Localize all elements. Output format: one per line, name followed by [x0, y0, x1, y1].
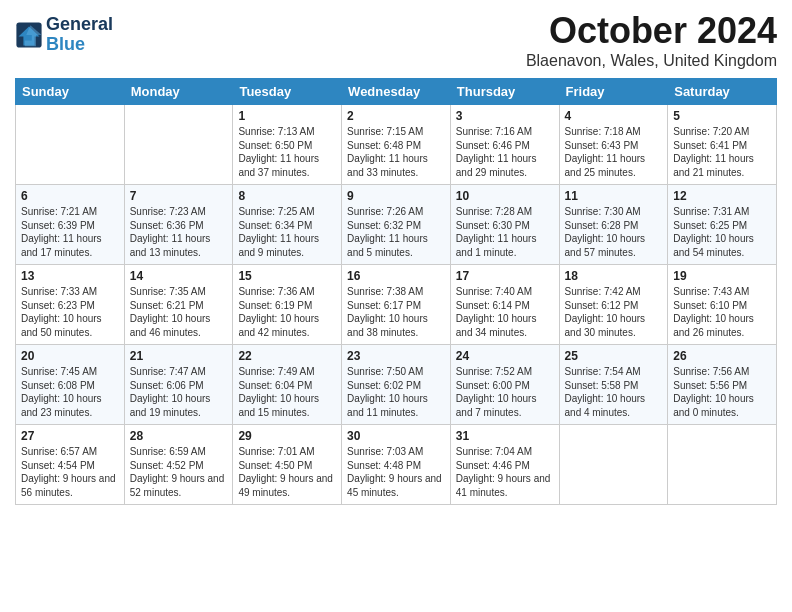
page-header: General Blue October 2024 Blaenavon, Wal…: [15, 10, 777, 70]
day-number: 19: [673, 269, 771, 283]
calendar-cell: 4Sunrise: 7:18 AM Sunset: 6:43 PM Daylig…: [559, 105, 668, 185]
day-info: Sunrise: 7:52 AM Sunset: 6:00 PM Dayligh…: [456, 365, 554, 419]
day-info: Sunrise: 7:54 AM Sunset: 5:58 PM Dayligh…: [565, 365, 663, 419]
day-of-week-header: Wednesday: [342, 79, 451, 105]
calendar-cell: 24Sunrise: 7:52 AM Sunset: 6:00 PM Dayli…: [450, 345, 559, 425]
day-info: Sunrise: 7:28 AM Sunset: 6:30 PM Dayligh…: [456, 205, 554, 259]
calendar-cell: 3Sunrise: 7:16 AM Sunset: 6:46 PM Daylig…: [450, 105, 559, 185]
calendar-cell: [668, 425, 777, 505]
day-number: 11: [565, 189, 663, 203]
calendar-cell: 29Sunrise: 7:01 AM Sunset: 4:50 PM Dayli…: [233, 425, 342, 505]
calendar-week-row: 13Sunrise: 7:33 AM Sunset: 6:23 PM Dayli…: [16, 265, 777, 345]
calendar-cell: 8Sunrise: 7:25 AM Sunset: 6:34 PM Daylig…: [233, 185, 342, 265]
calendar-header-row: SundayMondayTuesdayWednesdayThursdayFrid…: [16, 79, 777, 105]
logo: General Blue: [15, 15, 113, 55]
day-info: Sunrise: 7:26 AM Sunset: 6:32 PM Dayligh…: [347, 205, 445, 259]
calendar-cell: 5Sunrise: 7:20 AM Sunset: 6:41 PM Daylig…: [668, 105, 777, 185]
day-number: 29: [238, 429, 336, 443]
day-of-week-header: Tuesday: [233, 79, 342, 105]
calendar-week-row: 6Sunrise: 7:21 AM Sunset: 6:39 PM Daylig…: [16, 185, 777, 265]
day-info: Sunrise: 7:33 AM Sunset: 6:23 PM Dayligh…: [21, 285, 119, 339]
calendar-cell: 9Sunrise: 7:26 AM Sunset: 6:32 PM Daylig…: [342, 185, 451, 265]
day-number: 8: [238, 189, 336, 203]
day-info: Sunrise: 7:21 AM Sunset: 6:39 PM Dayligh…: [21, 205, 119, 259]
calendar-cell: [124, 105, 233, 185]
day-of-week-header: Monday: [124, 79, 233, 105]
day-info: Sunrise: 7:47 AM Sunset: 6:06 PM Dayligh…: [130, 365, 228, 419]
day-number: 25: [565, 349, 663, 363]
logo-line1: General: [46, 15, 113, 35]
logo-text: General Blue: [46, 15, 113, 55]
calendar-week-row: 27Sunrise: 6:57 AM Sunset: 4:54 PM Dayli…: [16, 425, 777, 505]
day-info: Sunrise: 7:13 AM Sunset: 6:50 PM Dayligh…: [238, 125, 336, 179]
day-number: 4: [565, 109, 663, 123]
calendar-cell: 18Sunrise: 7:42 AM Sunset: 6:12 PM Dayli…: [559, 265, 668, 345]
calendar-cell: 27Sunrise: 6:57 AM Sunset: 4:54 PM Dayli…: [16, 425, 125, 505]
day-of-week-header: Saturday: [668, 79, 777, 105]
day-info: Sunrise: 7:36 AM Sunset: 6:19 PM Dayligh…: [238, 285, 336, 339]
day-number: 3: [456, 109, 554, 123]
day-number: 16: [347, 269, 445, 283]
calendar-cell: 6Sunrise: 7:21 AM Sunset: 6:39 PM Daylig…: [16, 185, 125, 265]
calendar-cell: 12Sunrise: 7:31 AM Sunset: 6:25 PM Dayli…: [668, 185, 777, 265]
calendar-cell: 30Sunrise: 7:03 AM Sunset: 4:48 PM Dayli…: [342, 425, 451, 505]
day-info: Sunrise: 7:45 AM Sunset: 6:08 PM Dayligh…: [21, 365, 119, 419]
day-info: Sunrise: 7:38 AM Sunset: 6:17 PM Dayligh…: [347, 285, 445, 339]
month-title: October 2024: [526, 10, 777, 52]
day-info: Sunrise: 7:04 AM Sunset: 4:46 PM Dayligh…: [456, 445, 554, 499]
day-info: Sunrise: 7:01 AM Sunset: 4:50 PM Dayligh…: [238, 445, 336, 499]
day-info: Sunrise: 7:42 AM Sunset: 6:12 PM Dayligh…: [565, 285, 663, 339]
day-number: 17: [456, 269, 554, 283]
day-info: Sunrise: 7:49 AM Sunset: 6:04 PM Dayligh…: [238, 365, 336, 419]
day-number: 24: [456, 349, 554, 363]
calendar-cell: 25Sunrise: 7:54 AM Sunset: 5:58 PM Dayli…: [559, 345, 668, 425]
calendar-cell: [16, 105, 125, 185]
calendar-week-row: 1Sunrise: 7:13 AM Sunset: 6:50 PM Daylig…: [16, 105, 777, 185]
calendar-cell: 26Sunrise: 7:56 AM Sunset: 5:56 PM Dayli…: [668, 345, 777, 425]
day-number: 6: [21, 189, 119, 203]
day-number: 31: [456, 429, 554, 443]
day-info: Sunrise: 6:57 AM Sunset: 4:54 PM Dayligh…: [21, 445, 119, 499]
day-info: Sunrise: 7:50 AM Sunset: 6:02 PM Dayligh…: [347, 365, 445, 419]
calendar-cell: 11Sunrise: 7:30 AM Sunset: 6:28 PM Dayli…: [559, 185, 668, 265]
day-number: 1: [238, 109, 336, 123]
day-number: 2: [347, 109, 445, 123]
calendar-table: SundayMondayTuesdayWednesdayThursdayFrid…: [15, 78, 777, 505]
calendar-cell: 31Sunrise: 7:04 AM Sunset: 4:46 PM Dayli…: [450, 425, 559, 505]
calendar-cell: 16Sunrise: 7:38 AM Sunset: 6:17 PM Dayli…: [342, 265, 451, 345]
day-number: 10: [456, 189, 554, 203]
day-info: Sunrise: 7:20 AM Sunset: 6:41 PM Dayligh…: [673, 125, 771, 179]
day-of-week-header: Sunday: [16, 79, 125, 105]
calendar-cell: 28Sunrise: 6:59 AM Sunset: 4:52 PM Dayli…: [124, 425, 233, 505]
calendar-cell: 22Sunrise: 7:49 AM Sunset: 6:04 PM Dayli…: [233, 345, 342, 425]
calendar-cell: 10Sunrise: 7:28 AM Sunset: 6:30 PM Dayli…: [450, 185, 559, 265]
day-info: Sunrise: 7:18 AM Sunset: 6:43 PM Dayligh…: [565, 125, 663, 179]
day-number: 13: [21, 269, 119, 283]
day-number: 18: [565, 269, 663, 283]
day-number: 12: [673, 189, 771, 203]
logo-icon: [15, 21, 43, 49]
calendar-body: 1Sunrise: 7:13 AM Sunset: 6:50 PM Daylig…: [16, 105, 777, 505]
day-number: 21: [130, 349, 228, 363]
day-info: Sunrise: 7:25 AM Sunset: 6:34 PM Dayligh…: [238, 205, 336, 259]
day-info: Sunrise: 7:03 AM Sunset: 4:48 PM Dayligh…: [347, 445, 445, 499]
calendar-cell: 2Sunrise: 7:15 AM Sunset: 6:48 PM Daylig…: [342, 105, 451, 185]
day-number: 26: [673, 349, 771, 363]
location-subtitle: Blaenavon, Wales, United Kingdom: [526, 52, 777, 70]
day-info: Sunrise: 7:56 AM Sunset: 5:56 PM Dayligh…: [673, 365, 771, 419]
calendar-cell: 21Sunrise: 7:47 AM Sunset: 6:06 PM Dayli…: [124, 345, 233, 425]
day-of-week-header: Friday: [559, 79, 668, 105]
day-number: 23: [347, 349, 445, 363]
calendar-cell: 7Sunrise: 7:23 AM Sunset: 6:36 PM Daylig…: [124, 185, 233, 265]
calendar-cell: [559, 425, 668, 505]
day-info: Sunrise: 7:16 AM Sunset: 6:46 PM Dayligh…: [456, 125, 554, 179]
calendar-cell: 20Sunrise: 7:45 AM Sunset: 6:08 PM Dayli…: [16, 345, 125, 425]
day-info: Sunrise: 6:59 AM Sunset: 4:52 PM Dayligh…: [130, 445, 228, 499]
calendar-cell: 13Sunrise: 7:33 AM Sunset: 6:23 PM Dayli…: [16, 265, 125, 345]
day-number: 14: [130, 269, 228, 283]
calendar-cell: 17Sunrise: 7:40 AM Sunset: 6:14 PM Dayli…: [450, 265, 559, 345]
calendar-cell: 23Sunrise: 7:50 AM Sunset: 6:02 PM Dayli…: [342, 345, 451, 425]
day-of-week-header: Thursday: [450, 79, 559, 105]
day-number: 9: [347, 189, 445, 203]
day-info: Sunrise: 7:35 AM Sunset: 6:21 PM Dayligh…: [130, 285, 228, 339]
